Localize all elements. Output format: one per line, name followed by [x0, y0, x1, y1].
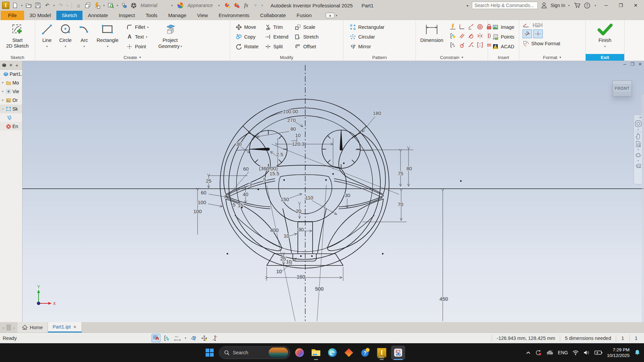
dimension-display-toggle[interactable]: +/−: [173, 334, 182, 342]
dimension-label[interactable]: 100: [193, 208, 202, 214]
finish-sketch-button[interactable]: Finish▾: [594, 22, 616, 50]
sketch-point[interactable]: [332, 173, 334, 175]
tray-chevron-icon[interactable]: [526, 351, 531, 354]
dimension-label[interactable]: 5: [263, 177, 266, 182]
close-button[interactable]: ✕: [630, 0, 641, 10]
save-icon[interactable]: [34, 1, 42, 10]
navbar-close-icon[interactable]: ⊗: [639, 116, 642, 119]
trim-button[interactable]: Trim: [263, 23, 290, 31]
tab-environments[interactable]: Environments: [213, 11, 255, 20]
dimension-label[interactable]: 120.3: [292, 141, 305, 147]
dimension-label[interactable]: 10: [284, 233, 289, 239]
split-button[interactable]: Split: [263, 42, 290, 51]
dimension-label[interactable]: 25: [206, 178, 212, 184]
rotate-button[interactable]: Rotate: [234, 42, 260, 51]
tab-inspect[interactable]: Inspect: [113, 11, 140, 20]
center-point-toggle[interactable]: [533, 29, 543, 38]
edge-icon[interactable]: [325, 346, 339, 360]
tangent-constraint-icon[interactable]: [467, 32, 475, 40]
help-icon[interactable]: ?: [584, 2, 590, 9]
maximize-button[interactable]: ❐: [615, 0, 627, 10]
store-cart-icon[interactable]: [574, 2, 581, 8]
show-degrees-of-freedom-toggle[interactable]: [211, 334, 219, 342]
new-file-dropdown-icon[interactable]: ▾: [20, 4, 23, 7]
dimension-label[interactable]: 80: [290, 126, 296, 132]
dimension-label[interactable]: 70: [398, 201, 404, 207]
clear-appearance-icon[interactable]: [232, 1, 241, 10]
inventor-logo-icon[interactable]: I: [1, 1, 10, 10]
text-button[interactable]: AText▾: [125, 33, 150, 41]
dimension-label[interactable]: 110: [305, 195, 313, 200]
dimension-label[interactable]: 10: [286, 259, 292, 264]
dimension-label[interactable]: 180: [373, 110, 381, 116]
snipping-tool-icon[interactable]: [391, 346, 405, 360]
browser-item-end-of-part[interactable]: En: [0, 122, 22, 131]
rectangle-button[interactable]: Rectangle▾: [94, 22, 121, 50]
browser-item-part[interactable]: Part1.: [0, 70, 22, 78]
panel-label-format[interactable]: Format▼: [519, 54, 585, 61]
doc-close-icon[interactable]: ✕: [638, 62, 642, 67]
notification-bell-icon[interactable]: [634, 349, 641, 356]
tab-sketch[interactable]: Sketch: [56, 11, 83, 20]
dimension-label[interactable]: 10: [295, 132, 301, 138]
dimension-label[interactable]: 10: [276, 268, 282, 274]
circular-pattern-button[interactable]: Circular: [348, 33, 386, 41]
panel-label-constrain[interactable]: Constrain▼: [416, 54, 488, 61]
offset-button[interactable]: Offset: [293, 42, 320, 51]
dimension-label[interactable]: 270: [287, 117, 296, 123]
dimension-label[interactable]: 15.5: [269, 171, 279, 176]
rectangular-pattern-button[interactable]: Rectangular: [348, 23, 386, 31]
parameters-fx-icon[interactable]: fx: [242, 1, 251, 10]
dimension-label[interactable]: 5: [233, 202, 235, 207]
tab-collaborate[interactable]: Collaborate: [255, 11, 291, 20]
parallel-constraint-icon[interactable]: [458, 32, 466, 40]
open-file-icon[interactable]: [24, 1, 33, 10]
stretch-button[interactable]: Stretch: [293, 33, 320, 41]
zoom-dropdown-icon[interactable]: ▾: [116, 4, 119, 7]
part1-doc-tab[interactable]: Part1.ipt ✕: [48, 322, 82, 333]
undo-icon[interactable]: ↶: [43, 1, 52, 10]
tab-scroll-right-icon[interactable]: ›: [13, 325, 15, 330]
copilot-icon[interactable]: [292, 346, 307, 360]
qat-customize-icon[interactable]: ≡: [261, 4, 264, 7]
doc-restore-icon[interactable]: ❐: [630, 62, 634, 67]
doc-minimize-icon[interactable]: ─: [623, 62, 626, 67]
coincident-constraint-icon[interactable]: [458, 41, 466, 49]
minimize-button[interactable]: ─: [600, 0, 612, 10]
tab-3d-model[interactable]: 3D Model: [24, 11, 56, 20]
dimension-label[interactable]: 400: [270, 227, 278, 233]
qat-add-icon[interactable]: +: [251, 1, 260, 10]
dimension-label[interactable]: 450: [439, 296, 448, 302]
sketch-point[interactable]: [300, 255, 302, 257]
image-button[interactable]: Image: [491, 23, 516, 31]
inventor-app-icon[interactable]: IPRO: [375, 346, 389, 360]
dimension-label[interactable]: 150: [280, 196, 289, 202]
user-icon[interactable]: [541, 2, 547, 9]
driven-dimension-icon[interactable]: (x): [533, 22, 543, 28]
tab-tools[interactable]: Tools: [140, 11, 163, 20]
switch-window-icon[interactable]: [84, 1, 92, 10]
colinear-constraint-icon[interactable]: [467, 22, 475, 31]
dimension-label[interactable]: 30: [345, 192, 351, 198]
line-button[interactable]: Line▾: [39, 22, 55, 50]
dimension-display-caret[interactable]: ▾: [184, 337, 187, 340]
show-all-constraints-toggle[interactable]: [200, 334, 209, 342]
sketch-point[interactable]: [460, 180, 462, 182]
appearance-wheel-icon[interactable]: [176, 1, 185, 10]
redo-dropdown-icon[interactable]: ▾: [66, 4, 69, 7]
taskbar-search[interactable]: Search: [219, 346, 290, 359]
render-wheel-icon[interactable]: [129, 1, 138, 10]
sketch-point[interactable]: [258, 189, 259, 190]
panel-label-exit[interactable]: Exit: [586, 54, 624, 61]
project-geometry-button[interactable]: ProjectGeometry▾: [156, 22, 184, 50]
dimension-label[interactable]: 60: [243, 166, 249, 172]
help-dropdown-icon[interactable]: ▾: [594, 4, 597, 7]
navigation-wheel-icon[interactable]: [635, 120, 642, 127]
browser-item-origin[interactable]: + Or: [0, 96, 22, 105]
look-at-icon[interactable]: [635, 163, 642, 170]
tab-annotate[interactable]: Annotate: [83, 11, 113, 20]
sketch-point[interactable]: [241, 207, 243, 208]
undo-dropdown-icon[interactable]: ▾: [52, 4, 56, 7]
move-button[interactable]: Move: [234, 23, 260, 31]
sketch-point[interactable]: [382, 253, 383, 254]
